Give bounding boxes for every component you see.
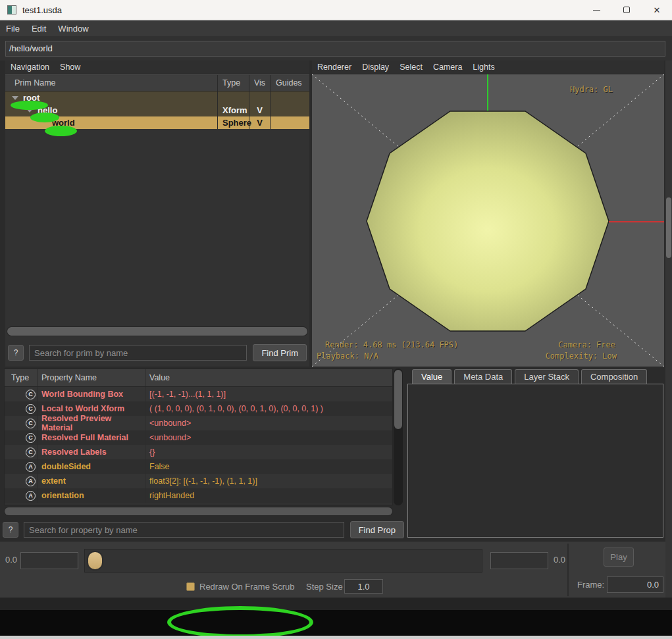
annotation-circle-usdview-command bbox=[167, 606, 313, 638]
prim-vis[interactable]: V bbox=[249, 116, 270, 129]
column-property-name[interactable]: Property Name bbox=[38, 369, 145, 386]
frame-slider[interactable] bbox=[84, 549, 482, 573]
value-tab-content bbox=[407, 384, 663, 538]
redraw-checkbox[interactable] bbox=[186, 582, 195, 591]
range-start-input[interactable] bbox=[20, 552, 78, 569]
scrollbar-thumb[interactable] bbox=[394, 370, 402, 429]
column-vis[interactable]: Vis bbox=[249, 75, 270, 91]
menu-lights[interactable]: Lights bbox=[467, 63, 500, 72]
annotation-highlight-hello bbox=[30, 113, 59, 122]
menu-window[interactable]: Window bbox=[52, 24, 94, 34]
title-bar: test1.usda ✕ bbox=[0, 0, 672, 20]
tab-meta-data[interactable]: Meta Data bbox=[454, 369, 512, 384]
scrollbar-thumb[interactable] bbox=[7, 327, 307, 336]
computed-icon: C bbox=[26, 419, 36, 428]
terminal[interactable]: \Users\Deborah\Desktop\USDLearn>usdview … bbox=[0, 610, 672, 636]
prim-vis[interactable]: V bbox=[249, 104, 270, 116]
viewport-panel: Renderer Display Select Camera Lights bbox=[312, 61, 664, 367]
column-type[interactable]: Type bbox=[5, 369, 38, 386]
prim-tree-header: Prim Name Type Vis Guides bbox=[5, 74, 309, 91]
menu-display[interactable]: Display bbox=[357, 63, 394, 72]
computed-icon: C bbox=[26, 390, 36, 399]
main-menubar: File Edit Window bbox=[0, 20, 672, 36]
menu-navigation[interactable]: Navigation bbox=[5, 63, 55, 72]
property-row[interactable]: A extent float3[2]: [(-1, -1, -1), (1, 1… bbox=[5, 474, 392, 488]
prim-search-row: ? Find Prim bbox=[8, 344, 307, 362]
close-icon: ✕ bbox=[654, 5, 661, 15]
hud-render-time: Render: 4.68 ms (213.64 FPS) bbox=[325, 340, 458, 349]
redraw-label: Redraw On Frame Scrub bbox=[199, 582, 295, 592]
computed-icon: C bbox=[26, 404, 36, 414]
play-button[interactable]: Play bbox=[604, 548, 634, 567]
menu-edit[interactable]: Edit bbox=[26, 24, 52, 34]
minimize-button[interactable] bbox=[581, 0, 611, 20]
app-icon bbox=[7, 5, 16, 14]
property-rows: C World Bounding Box [(-1, -1, -1)...(1,… bbox=[5, 387, 392, 503]
column-type[interactable]: Type bbox=[217, 75, 249, 91]
tab-value[interactable]: Value bbox=[412, 369, 452, 384]
column-value[interactable]: Value bbox=[145, 369, 392, 386]
window-bottom-edge bbox=[0, 598, 672, 610]
menu-file[interactable]: File bbox=[0, 24, 26, 34]
tree-row-root[interactable]: root bbox=[5, 91, 309, 104]
range-end-label: 0.0 bbox=[554, 555, 565, 565]
prim-type: Sphere bbox=[217, 116, 249, 129]
property-row[interactable]: A doubleSided False bbox=[5, 459, 392, 474]
find-prim-button[interactable]: Find Prim bbox=[253, 344, 307, 361]
expander-icon[interactable] bbox=[12, 96, 18, 100]
computed-icon: C bbox=[26, 433, 36, 443]
find-prop-button[interactable]: Find Prop bbox=[350, 521, 404, 538]
prim-path-field[interactable]: /hello/world bbox=[5, 41, 665, 57]
menu-show[interactable]: Show bbox=[55, 63, 86, 72]
property-search-input[interactable] bbox=[24, 522, 344, 538]
prim-vis[interactable] bbox=[249, 91, 270, 104]
scrollbar-thumb[interactable] bbox=[666, 197, 671, 258]
sphere-prim[interactable] bbox=[367, 111, 609, 331]
annotation-highlight-root bbox=[11, 101, 48, 110]
window-title: test1.usda bbox=[22, 5, 62, 15]
property-row[interactable]: C Resolved Labels {} bbox=[5, 445, 392, 459]
range-end-input[interactable] bbox=[490, 552, 548, 569]
close-button[interactable]: ✕ bbox=[642, 0, 672, 20]
prim-search-input[interactable] bbox=[29, 345, 247, 361]
window-right-scrollbar[interactable] bbox=[665, 61, 672, 598]
attribute-icon: A bbox=[26, 462, 36, 472]
menu-camera[interactable]: Camera bbox=[428, 63, 467, 72]
hud-renderer: Hydra: GL bbox=[570, 85, 613, 94]
step-size-input[interactable] bbox=[344, 579, 383, 594]
prim-tree-horizontal-scrollbar[interactable] bbox=[7, 326, 308, 336]
frame-input[interactable] bbox=[607, 576, 663, 593]
property-vertical-scrollbar[interactable] bbox=[394, 369, 403, 505]
prim-type: Xform bbox=[217, 104, 249, 116]
property-search-row: ? Find Prop bbox=[3, 521, 404, 539]
tab-composition[interactable]: Composition bbox=[581, 369, 647, 384]
frame-slider-handle[interactable] bbox=[87, 551, 103, 571]
path-bar: /hello/world bbox=[0, 36, 672, 61]
minimize-icon bbox=[593, 10, 600, 11]
prim-search-help-button[interactable]: ? bbox=[8, 345, 24, 361]
column-guides[interactable]: Guides bbox=[270, 75, 309, 91]
menu-select[interactable]: Select bbox=[394, 63, 428, 72]
attribute-icon: A bbox=[26, 491, 36, 501]
menu-renderer[interactable]: Renderer bbox=[312, 63, 357, 72]
property-row[interactable]: C Resolved Preview Material <unbound> bbox=[5, 416, 392, 430]
annotation-highlight-world bbox=[45, 126, 77, 136]
tab-layer-stack[interactable]: Layer Stack bbox=[515, 369, 579, 384]
hud-camera: Camera: Free bbox=[558, 340, 615, 349]
property-row[interactable]: C World Bounding Box [(-1, -1, -1)...(1,… bbox=[5, 387, 392, 401]
property-table-header: Type Property Name Value bbox=[5, 369, 392, 387]
viewport-menubar: Renderer Display Select Camera Lights bbox=[312, 61, 664, 74]
maximize-button[interactable] bbox=[611, 0, 642, 20]
prim-tree: root hello Xform V world Sphere V bbox=[5, 91, 309, 325]
scrollbar-thumb[interactable] bbox=[5, 507, 392, 515]
property-row[interactable]: C Resolved Full Material <unbound> bbox=[5, 430, 392, 445]
property-search-help-button[interactable]: ? bbox=[3, 522, 18, 538]
prim-browser-menubar: Navigation Show bbox=[5, 61, 309, 74]
timeline-divider bbox=[567, 544, 569, 596]
property-row[interactable]: A orientation rightHanded bbox=[5, 488, 392, 503]
column-prim-name[interactable]: Prim Name bbox=[5, 78, 217, 88]
step-size-label: Step Size bbox=[306, 582, 343, 592]
property-horizontal-scrollbar[interactable] bbox=[4, 507, 393, 516]
frame-label: Frame: bbox=[577, 580, 604, 590]
render-viewport[interactable]: Hydra: GL Render: 4.68 ms (213.64 FPS) P… bbox=[312, 74, 664, 367]
